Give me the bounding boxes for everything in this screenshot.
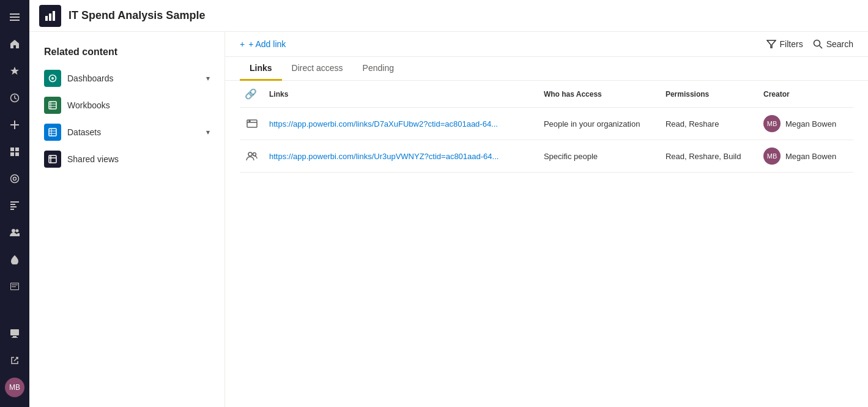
dashboards-chevron: ▾ [206,74,210,83]
table-row: https://app.powerbi.com/links/D7aXuFUbw2… [240,108,853,140]
menu-icon[interactable] [2,5,27,29]
svg-rect-18 [10,329,19,335]
svg-rect-35 [49,155,56,163]
recent-icon[interactable] [2,86,27,110]
left-nav: MB [0,0,29,407]
datasets-chevron: ▾ [206,128,210,136]
row2-creator: MB Megan Bowen [759,140,853,173]
workbooks-label: Workbooks [67,100,210,110]
dashboards-label: Dashboards [67,73,200,83]
deploy-icon[interactable] [2,247,27,272]
svg-rect-5 [10,124,19,125]
svg-rect-13 [10,204,15,205]
row1-creator-avatar: MB [763,115,781,132]
right-panel: + + Add link Filters Search [225,32,868,407]
col-permissions: Permissions [661,81,759,108]
tab-links[interactable]: Links [240,57,282,81]
filters-button[interactable]: Filters [766,39,803,49]
row2-permissions: Read, Reshare, Build [661,140,759,173]
svg-point-42 [249,121,250,122]
table-row: https://app.powerbi.com/links/Ur3upVWNYZ… [240,140,853,173]
row2-access: Specific people [539,140,661,173]
page-title: IT Spend Analysis Sample [69,9,205,22]
metrics-icon[interactable] [2,166,27,191]
add-link-button[interactable]: + + Add link [240,39,286,49]
sidebar-title: Related content [29,42,224,65]
col-creator: Creator [759,81,853,108]
sidebar-item-workbooks[interactable]: Workbooks [29,92,224,119]
search-label: Search [826,39,853,49]
svg-point-16 [12,229,15,233]
col-icon: 🔗 [240,81,264,108]
app-icon [39,5,61,27]
favorites-icon[interactable] [2,59,27,83]
svg-rect-22 [45,16,48,21]
svg-point-26 [51,77,54,80]
svg-rect-31 [49,129,56,136]
apps-icon[interactable] [2,140,27,164]
svg-rect-8 [10,152,14,156]
sidebar-item-dashboards[interactable]: Dashboards ▾ [29,65,224,92]
sidebar: Related content Dashboards ▾ [29,32,225,407]
row2-creator-name: Megan Bowen [785,152,836,161]
tab-pending[interactable]: Pending [353,57,404,81]
row1-creator-name: Megan Bowen [785,119,836,129]
sidebar-item-shared-views[interactable]: Shared views [29,146,224,173]
body-layout: Related content Dashboards ▾ [29,32,868,407]
svg-rect-12 [10,201,19,203]
search-icon [813,39,823,49]
specific-link-icon [246,150,258,162]
svg-rect-14 [10,206,17,207]
svg-rect-20 [12,337,18,338]
shared-views-label: Shared views [67,154,210,164]
shared-views-icon [44,151,61,168]
workbooks-icon [44,97,61,114]
filter-icon [766,39,776,49]
svg-point-10 [11,175,19,183]
learn-icon[interactable] [2,274,27,299]
row1-url[interactable]: https://app.powerbi.com/links/D7aXuFUbw2… [264,108,539,140]
row2-creator-avatar: MB [763,147,781,165]
svg-point-43 [248,152,252,156]
row1-access: People in your organization [539,108,661,140]
svg-rect-19 [13,336,17,337]
row1-type-icon [240,108,264,140]
dashboard-icon[interactable] [2,193,27,218]
svg-point-44 [253,153,256,156]
datasets-icon [44,124,61,141]
datasets-label: Datasets [67,127,200,137]
svg-rect-0 [10,13,20,15]
svg-rect-1 [10,17,20,18]
row1-permissions: Read, Reshare [661,108,759,140]
monitor-icon[interactable] [2,321,27,346]
row1-creator: MB Megan Bowen [759,108,853,140]
table-area: 🔗 Links Who has Access Permissions Creat… [225,81,868,407]
link-file-icon: 🔗 [245,89,257,99]
row2-url[interactable]: https://app.powerbi.com/links/Ur3upVWNYZ… [264,140,539,173]
header: IT Spend Analysis Sample [29,0,868,32]
sidebar-item-datasets[interactable]: Datasets ▾ [29,119,224,146]
svg-point-17 [16,230,19,233]
create-icon[interactable] [2,113,27,137]
svg-rect-7 [15,147,19,151]
svg-rect-2 [10,20,20,21]
external-link-icon[interactable] [2,348,27,373]
tab-direct-access[interactable]: Direct access [282,57,353,81]
filters-label: Filters [780,39,803,49]
links-table: 🔗 Links Who has Access Permissions Creat… [240,81,853,173]
svg-rect-23 [49,13,51,21]
org-link-icon [246,118,258,130]
user-avatar[interactable]: MB [5,378,24,397]
svg-rect-15 [10,209,14,210]
tabs: Links Direct access Pending [225,57,868,81]
home-icon[interactable] [2,32,27,56]
col-links: Links [264,81,539,108]
search-button[interactable]: Search [813,39,853,49]
dashboards-icon [44,70,61,87]
toolbar: + + Add link Filters Search [225,32,868,57]
svg-rect-27 [49,102,56,109]
people-icon[interactable] [2,220,27,245]
svg-line-21 [14,357,18,361]
svg-marker-38 [767,40,776,48]
col-who-has-access: Who has Access [539,81,661,108]
